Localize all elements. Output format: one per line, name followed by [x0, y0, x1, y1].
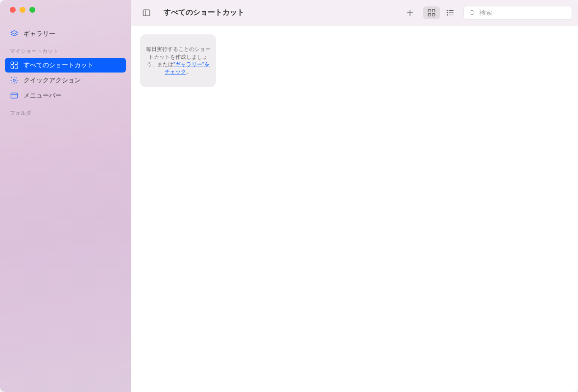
svg-rect-14: [433, 13, 435, 16]
svg-point-4: [13, 79, 16, 82]
grid-view-button[interactable]: [423, 6, 440, 19]
svg-line-22: [474, 14, 475, 15]
sidebar-section-my-shortcuts: マイショートカット: [0, 42, 131, 58]
svg-point-19: [447, 12, 448, 13]
app-window: ギャラリー マイショートカット すべてのショートカット クイックアクション: [0, 0, 578, 392]
grid-view-icon: [427, 8, 436, 17]
close-window-button[interactable]: [10, 7, 16, 13]
grid-icon: [10, 61, 19, 70]
sidebar-section-folders: フォルダ: [0, 103, 131, 120]
sidebar-item-menu-bar[interactable]: メニューバー: [5, 88, 126, 103]
list-view-button[interactable]: [442, 6, 458, 19]
empty-state-card: 毎日実行することのショートカットを作成しましょう、または"ギャラリー"をチェック…: [140, 34, 216, 87]
main-area: すべてのショートカット: [131, 0, 578, 392]
svg-rect-12: [433, 9, 435, 12]
sidebar-item-gallery[interactable]: ギャラリー: [5, 26, 126, 41]
search-input[interactable]: [480, 9, 568, 16]
maximize-window-button[interactable]: [29, 7, 35, 13]
sidebar-item-label: ギャラリー: [24, 29, 55, 38]
svg-rect-7: [143, 10, 150, 16]
svg-point-18: [447, 10, 448, 11]
search-icon: [468, 8, 477, 17]
sidebar-item-all-shortcuts[interactable]: すべてのショートカット: [5, 58, 126, 73]
gallery-icon: [10, 29, 19, 38]
svg-point-20: [447, 14, 448, 15]
gear-icon: [10, 76, 19, 85]
toolbar: すべてのショートカット: [131, 0, 578, 25]
svg-rect-3: [15, 66, 18, 69]
svg-rect-13: [428, 13, 431, 16]
sidebar-list: ギャラリー: [0, 26, 131, 42]
menubar-icon: [10, 91, 19, 100]
list-view-icon: [446, 8, 455, 17]
plus-icon: [406, 8, 414, 17]
sidebar-item-label: メニューバー: [24, 91, 62, 100]
svg-point-21: [470, 10, 474, 14]
sidebar: ギャラリー マイショートカット すべてのショートカット クイックアクション: [0, 0, 131, 392]
view-mode-group: [423, 6, 458, 19]
minimize-window-button[interactable]: [20, 7, 25, 13]
add-shortcut-button[interactable]: [402, 6, 418, 19]
page-title: すべてのショートカット: [164, 8, 244, 17]
svg-rect-0: [11, 62, 13, 64]
sidebar-list-my: すべてのショートカット クイックアクション メニューバー: [0, 58, 131, 103]
content-area: 毎日実行することのショートカットを作成しましょう、または"ギャラリー"をチェック…: [131, 25, 578, 392]
sidebar-item-label: すべてのショートカット: [24, 61, 94, 70]
empty-text-after: 。: [186, 69, 192, 74]
svg-rect-2: [11, 66, 13, 69]
svg-rect-11: [428, 9, 431, 12]
window-controls: [0, 7, 131, 26]
sidebar-item-label: クイックアクション: [24, 76, 81, 85]
empty-state-text: 毎日実行することのショートカットを作成しましょう、または"ギャラリー"をチェック…: [145, 46, 211, 76]
toggle-sidebar-button[interactable]: [138, 6, 155, 19]
search-field[interactable]: [463, 6, 572, 20]
svg-rect-1: [15, 62, 18, 64]
sidebar-item-quick-actions[interactable]: クイックアクション: [5, 73, 126, 88]
svg-rect-5: [11, 93, 18, 98]
sidebar-toggle-icon: [142, 8, 151, 17]
